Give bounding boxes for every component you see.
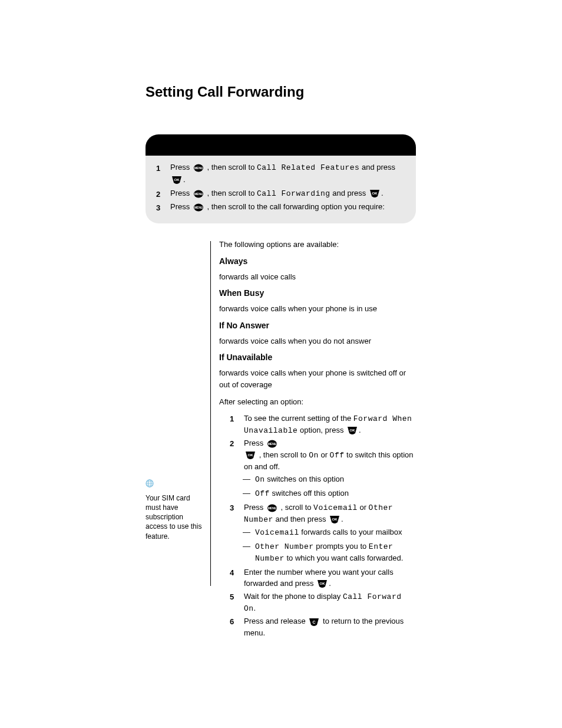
menu-label: Voicemail [255, 528, 299, 537]
sub-step-1: 1 To see the current setting of the Forw… [230, 413, 416, 436]
bullet-off: — Off switches off this option [243, 487, 416, 499]
bullet-other-number: — Other Number prompts you to Enter Numb… [243, 541, 416, 564]
bullet-voicemail: — Voicemail forwards calls to your mailb… [243, 526, 416, 538]
text: or [320, 450, 329, 459]
text: option, press [300, 426, 346, 434]
text: To see the current setting of the [244, 414, 353, 423]
menu-icon: MENU [194, 202, 203, 213]
step-text: Press MENU , scroll to Voicemail or Othe… [244, 502, 416, 525]
sub-step-3: 3 Press MENU , scroll to Voicemail or Ot… [230, 502, 416, 525]
step-1: 1 Press MENU , then scroll to Call Relat… [156, 162, 405, 186]
step-number: 2 [230, 437, 238, 472]
svg-text:C: C [313, 620, 316, 624]
svg-text:OK: OK [320, 582, 326, 585]
dash: — [243, 487, 250, 499]
menu-label: Voicemail [313, 503, 358, 512]
menu-label: On [255, 475, 265, 484]
text: Press [170, 189, 192, 197]
svg-text:MENU: MENU [194, 192, 203, 196]
menu-icon: MENU [194, 187, 203, 199]
menu-label: Off [330, 451, 345, 460]
text: Press and release [244, 617, 308, 625]
menu-icon: MENU [267, 438, 277, 449]
svg-text:OK: OK [332, 518, 338, 521]
svg-text:OK: OK [174, 178, 180, 182]
step-number: 6 [230, 615, 238, 638]
content-column: The following options are available: Alw… [219, 239, 416, 640]
text: forwards calls to your mailbox [301, 528, 402, 536]
ok-icon: OK [246, 450, 255, 461]
text: , then scroll to [207, 163, 257, 172]
menu-label: Call Forwarding [257, 189, 330, 198]
step-number: 3 [156, 201, 164, 214]
text: Wait for the phone to display [244, 592, 343, 601]
option-noanswer-body: forwards voice calls when you do not ans… [219, 335, 416, 347]
instruction-box: 1 Press MENU , then scroll to Call Relat… [146, 134, 416, 223]
svg-text:MENU: MENU [267, 506, 276, 510]
text: and press [332, 189, 368, 197]
step-text: Press MENU , then scroll to Call Forward… [170, 187, 405, 200]
text: , scroll to [280, 503, 313, 512]
text: to which you want calls forwarded. [286, 554, 403, 562]
text: and then press [275, 515, 328, 523]
step-2: 2 Press MENU , then scroll to Call Forwa… [156, 187, 405, 200]
svg-text:MENU: MENU [194, 166, 203, 170]
step-text: Press MENU , then scroll to Call Related… [170, 162, 405, 186]
page: Setting Call Forwarding 1 Press MENU , t… [0, 0, 562, 728]
dash: — [243, 526, 250, 538]
ok-icon: OK [348, 425, 357, 436]
ok-icon: OK [370, 187, 379, 199]
step-text: To see the current setting of the Forwar… [244, 413, 416, 436]
ok-icon: OK [330, 514, 339, 525]
text: , then scroll to [207, 189, 257, 197]
text: Press [170, 163, 192, 172]
step-3: 3 Press MENU , then scroll to the call f… [156, 201, 405, 214]
menu-label: On [309, 451, 319, 460]
option-noanswer-title: If No Answer [219, 319, 416, 332]
text: Press [244, 439, 266, 447]
step-number: 4 [230, 566, 238, 589]
step-number: 3 [230, 502, 238, 525]
dash: — [243, 473, 250, 485]
option-busy-body: forwards voice calls when your phone is … [219, 303, 416, 315]
svg-text:MENU: MENU [194, 206, 203, 209]
menu-icon: MENU [267, 502, 277, 513]
instruction-box-body: 1 Press MENU , then scroll to Call Relat… [146, 156, 416, 223]
text: , then scroll to the call forwarding opt… [207, 202, 384, 211]
text: switches on this option [267, 475, 344, 483]
svg-text:OK: OK [350, 429, 356, 432]
step-number: 1 [230, 413, 238, 436]
option-always-body: forwards all voice calls [219, 271, 416, 283]
text: or [359, 503, 368, 512]
sub-step-5: 5 Wait for the phone to display Call For… [230, 591, 416, 614]
text: prompts you to [316, 542, 369, 551]
svg-text:MENU: MENU [267, 442, 276, 446]
step-text: Wait for the phone to display Call Forwa… [244, 591, 416, 614]
column-divider [210, 241, 211, 586]
option-unavailable-body: forwards voice calls when your phone is … [219, 367, 416, 390]
step-text: Enter the number where you want your cal… [244, 566, 416, 589]
text: Press [170, 202, 192, 211]
text: Press [244, 503, 266, 512]
options-intro: The following options are available: [219, 239, 416, 251]
bullet-on: — On switches on this option [243, 473, 416, 485]
step-text: Press MENU , then scroll to the call for… [170, 201, 405, 213]
step-number: 1 [156, 162, 164, 174]
svg-text:OK: OK [248, 453, 254, 457]
sub-step-4: 4 Enter the number where you want your c… [230, 566, 416, 589]
sidebar-note: Your SIM card must have subscription acc… [146, 239, 206, 541]
menu-label: Other Number [255, 542, 314, 551]
c-icon: C [309, 616, 319, 627]
ok-icon: OK [318, 578, 327, 589]
text: and press [362, 163, 395, 172]
sidebar-text: Your SIM card must have subscription acc… [146, 493, 206, 541]
dash: — [243, 541, 250, 564]
menu-label: Call Related Features [257, 163, 359, 172]
instruction-box-header [146, 134, 416, 156]
page-heading: Setting Call Forwarding [146, 84, 304, 100]
step-text: Press and release C to return to the pre… [244, 615, 416, 638]
text: , then scroll to [259, 450, 309, 459]
menu-icon: MENU [194, 162, 203, 174]
option-busy-title: When Busy [219, 287, 416, 299]
sub-step-6: 6 Press and release C to return to the p… [230, 615, 416, 638]
